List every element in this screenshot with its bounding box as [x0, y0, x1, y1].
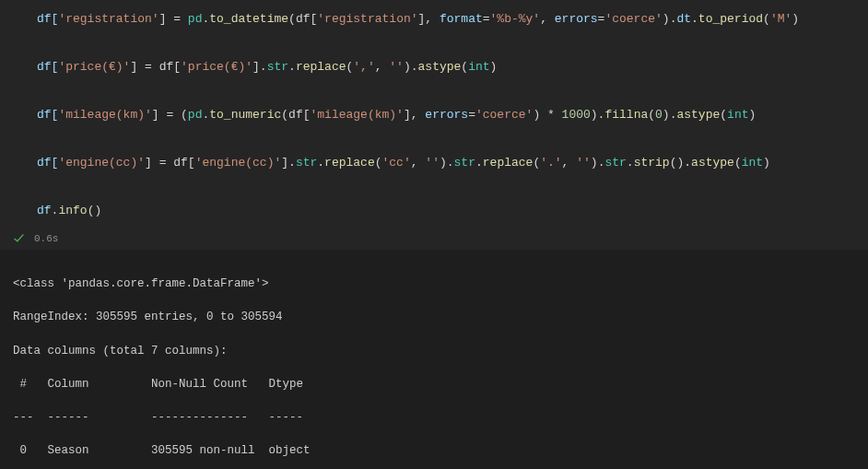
- code-line-2: df['price(€)'] = df['price(€)'].str.repl…: [37, 55, 868, 79]
- output-line: # Column Non-Null Count Dtype: [13, 376, 868, 393]
- output-cell: <class 'pandas.core.frame.DataFrame'> Ra…: [0, 250, 868, 469]
- execution-time: 0.6s: [34, 233, 58, 244]
- output-line: --- ------ -------------- -----: [13, 409, 868, 426]
- code-cell[interactable]: df['registration'] = pd.to_datetime(df['…: [0, 0, 868, 229]
- code-line-5: df.info(): [37, 199, 868, 223]
- code-line-1: df['registration'] = pd.to_datetime(df['…: [37, 7, 868, 31]
- output-line: 0 Season 305595 non-null object: [13, 442, 868, 459]
- code-line-4: df['engine(cc)'] = df['engine(cc)'].str.…: [37, 151, 868, 175]
- check-icon: [13, 232, 25, 244]
- output-line: RangeIndex: 305595 entries, 0 to 305594: [13, 309, 868, 325]
- execution-status: 0.6s: [0, 229, 868, 250]
- code-line-3: df['mileage(km)'] = (pd.to_numeric(df['m…: [37, 103, 868, 127]
- output-line: Data columns (total 7 columns):: [13, 343, 868, 359]
- output-line: <class 'pandas.core.frame.DataFrame'>: [13, 276, 868, 292]
